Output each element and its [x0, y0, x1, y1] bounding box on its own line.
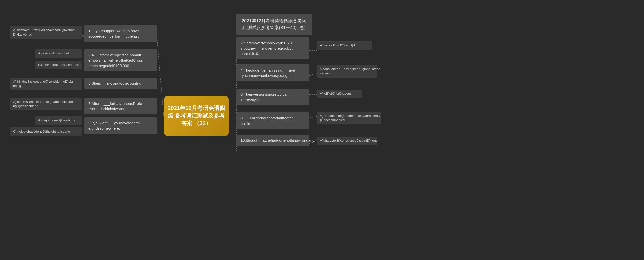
- answer-q7: A)lecturesB)haslecturedC)hadbeenlecturin…: [10, 98, 82, 110]
- svg-line-21: [309, 116, 317, 118]
- answer-rq8: A)UnattachedB)UnattendedC)UnrelatedD)Una…: [317, 112, 381, 124]
- question-4: 4.Theoldgentlemanissaid___averyrichmanwh…: [236, 64, 309, 81]
- answer-rq4: A)tohavebeenB)havingbeenC)tobeD)tohavebe…: [317, 65, 377, 78]
- question-1: 1.__yoursupport,wemighthavesucceededinpe…: [84, 25, 157, 42]
- center-node: 2021年12月考研英语四级 备考词汇测试及参考答案 （32）: [164, 96, 229, 136]
- answer-rq2: A)weretoB)willC)canD)did: [317, 41, 372, 50]
- center-label: 2021年12月考研英语四级 备考词汇测试及参考答案 （32）: [168, 104, 225, 127]
- question-6: 6.Theinversionismoretypical___literaryst…: [236, 89, 309, 105]
- answer-rq10: A)characterB)conscienceC)spiritD)honor: [317, 137, 377, 145]
- mind-map: 2021年12月考研英语四级 备考词汇测试及参考答案 （32） 2021年12月…: [0, 0, 644, 260]
- question-7: 7.Afterhe___forhalfanhour,Professorhadad…: [84, 98, 157, 114]
- question-3: 3.A___fromeveryperson,nomatterhowsmall,w…: [84, 49, 157, 71]
- title-node-label: 2021年12月考研英语四级备考词汇 测试及参考答案(31一40汇总): [242, 18, 306, 30]
- question-8: 8.___childrenarenotadmittedtothisfilm.: [236, 112, 309, 129]
- svg-line-19: [309, 73, 317, 76]
- answer-q3b: C)concentrationD)construction: [35, 61, 82, 69]
- question-5: 5.Sheis___movingtothecountry.: [84, 78, 157, 89]
- answer-q5: A)thinkingB)expectingC)consideringD)plan…: [10, 78, 82, 90]
- question-10: 10.Ithoughtthatthehaddonenothingwrongand…: [236, 135, 309, 146]
- answer-rq6: A)toB)ofC)forD)about: [317, 90, 362, 98]
- answer-q9b: C)thejobtohavedoneD)thejobthatisdone: [10, 127, 82, 136]
- question-9: 9.Ifyouwant___youhavetogetthefundssomewh…: [84, 117, 157, 134]
- answer-q1: A)IfwehaveB)IfwewouldhavehadC)IfwehadD)H…: [10, 26, 82, 39]
- answer-q3a: A)contractB)contribution: [35, 49, 82, 58]
- question-2: 2.Carsmovedveryslowlyin1920's,butthey___…: [236, 37, 309, 59]
- answer-q9a: A)thejobdoneB)thejobtodo: [35, 116, 82, 125]
- svg-line-0: [157, 39, 164, 116]
- title-node: 2021年12月考研英语四级备考词汇 测试及参考答案(31一40汇总): [236, 14, 312, 35]
